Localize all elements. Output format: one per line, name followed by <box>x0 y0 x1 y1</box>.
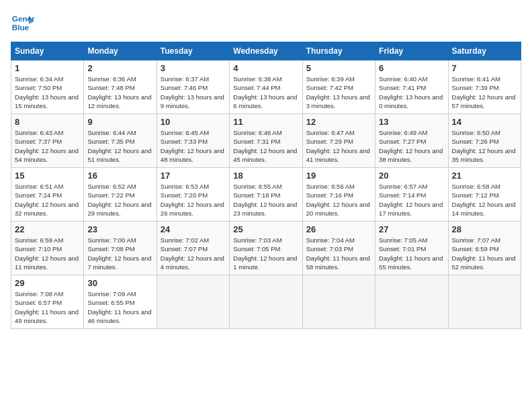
calendar-cell: 19Sunrise: 6:56 AMSunset: 7:16 PMDayligh… <box>302 168 375 222</box>
weekday-header-thursday: Thursday <box>302 42 375 60</box>
day-number: 14 <box>452 117 517 127</box>
day-info: Sunrise: 6:38 AMSunset: 7:44 PMDaylight:… <box>233 75 298 110</box>
calendar-cell: 11Sunrise: 6:46 AMSunset: 7:31 PMDayligh… <box>230 114 302 168</box>
day-info: Sunrise: 6:47 AMSunset: 7:29 PMDaylight:… <box>306 128 371 164</box>
calendar-cell: 16Sunrise: 6:52 AMSunset: 7:22 PMDayligh… <box>84 168 157 222</box>
day-number: 28 <box>452 224 517 234</box>
day-number: 12 <box>306 117 371 127</box>
calendar-cell <box>230 275 302 329</box>
weekday-header-saturday: Saturday <box>448 42 521 60</box>
calendar-cell <box>302 275 375 329</box>
calendar-cell: 17Sunrise: 6:53 AMSunset: 7:20 PMDayligh… <box>157 168 229 222</box>
calendar-cell: 14Sunrise: 6:50 AMSunset: 7:26 PMDayligh… <box>448 114 521 168</box>
day-number: 13 <box>379 117 444 127</box>
calendar-cell: 12Sunrise: 6:47 AMSunset: 7:29 PMDayligh… <box>302 114 375 168</box>
calendar-cell: 3Sunrise: 6:37 AMSunset: 7:46 PMDaylight… <box>157 60 229 114</box>
day-number: 23 <box>87 224 152 234</box>
calendar-cell: 7Sunrise: 6:41 AMSunset: 7:39 PMDaylight… <box>448 60 521 114</box>
day-info: Sunrise: 6:44 AMSunset: 7:35 PMDaylight:… <box>87 128 152 164</box>
day-number: 3 <box>161 63 226 73</box>
calendar-cell: 27Sunrise: 7:05 AMSunset: 7:01 PMDayligh… <box>375 222 448 275</box>
day-info: Sunrise: 6:43 AMSunset: 7:37 PMDaylight:… <box>15 128 80 164</box>
calendar-cell: 18Sunrise: 6:55 AMSunset: 7:18 PMDayligh… <box>230 168 302 222</box>
weekday-header-wednesday: Wednesday <box>230 42 302 60</box>
day-number: 16 <box>87 171 152 181</box>
calendar-cell: 24Sunrise: 7:02 AMSunset: 7:07 PMDayligh… <box>157 222 229 275</box>
day-number: 4 <box>233 63 298 73</box>
day-number: 1 <box>15 63 80 73</box>
calendar-cell <box>448 275 521 329</box>
day-number: 18 <box>233 171 298 181</box>
day-number: 11 <box>233 117 298 127</box>
day-info: Sunrise: 6:39 AMSunset: 7:42 PMDaylight:… <box>306 75 371 110</box>
day-info: Sunrise: 6:46 AMSunset: 7:31 PMDaylight:… <box>233 128 298 164</box>
day-info: Sunrise: 6:50 AMSunset: 7:26 PMDaylight:… <box>452 128 517 164</box>
calendar-cell: 13Sunrise: 6:49 AMSunset: 7:27 PMDayligh… <box>375 114 448 168</box>
day-info: Sunrise: 6:56 AMSunset: 7:16 PMDaylight:… <box>306 182 371 218</box>
day-number: 5 <box>306 63 371 73</box>
day-info: Sunrise: 6:36 AMSunset: 7:48 PMDaylight:… <box>87 75 152 110</box>
calendar-table: SundayMondayTuesdayWednesdayThursdayFrid… <box>11 42 521 329</box>
day-number: 7 <box>452 63 517 73</box>
calendar-cell: 29Sunrise: 7:08 AMSunset: 6:57 PMDayligh… <box>11 275 84 329</box>
day-info: Sunrise: 6:53 AMSunset: 7:20 PMDaylight:… <box>161 182 226 218</box>
day-number: 19 <box>306 171 371 181</box>
day-info: Sunrise: 7:02 AMSunset: 7:07 PMDaylight:… <box>161 236 226 271</box>
day-info: Sunrise: 6:58 AMSunset: 7:12 PMDaylight:… <box>452 182 517 218</box>
calendar-cell: 20Sunrise: 6:57 AMSunset: 7:14 PMDayligh… <box>375 168 448 222</box>
day-info: Sunrise: 6:55 AMSunset: 7:18 PMDaylight:… <box>233 182 298 218</box>
day-info: Sunrise: 7:04 AMSunset: 7:03 PMDaylight:… <box>306 236 371 271</box>
day-number: 26 <box>306 224 371 234</box>
calendar-cell: 30Sunrise: 7:09 AMSunset: 6:55 PMDayligh… <box>84 275 157 329</box>
day-number: 9 <box>87 117 152 127</box>
day-info: Sunrise: 6:49 AMSunset: 7:27 PMDaylight:… <box>379 128 444 164</box>
day-info: Sunrise: 6:41 AMSunset: 7:39 PMDaylight:… <box>452 75 517 110</box>
calendar-week-4: 22Sunrise: 6:59 AMSunset: 7:10 PMDayligh… <box>11 222 521 275</box>
day-info: Sunrise: 6:51 AMSunset: 7:24 PMDaylight:… <box>15 182 80 218</box>
calendar-cell: 15Sunrise: 6:51 AMSunset: 7:24 PMDayligh… <box>11 168 84 222</box>
day-info: Sunrise: 6:37 AMSunset: 7:46 PMDaylight:… <box>161 75 226 110</box>
day-info: Sunrise: 7:00 AMSunset: 7:08 PMDaylight:… <box>87 236 152 271</box>
day-number: 22 <box>15 224 80 234</box>
day-info: Sunrise: 7:03 AMSunset: 7:05 PMDaylight:… <box>233 236 298 271</box>
weekday-header-monday: Monday <box>84 42 157 60</box>
svg-text:Blue: Blue <box>12 23 30 32</box>
day-info: Sunrise: 6:40 AMSunset: 7:41 PMDaylight:… <box>379 75 444 110</box>
calendar-week-2: 8Sunrise: 6:43 AMSunset: 7:37 PMDaylight… <box>11 114 521 168</box>
day-number: 6 <box>379 63 444 73</box>
day-number: 15 <box>15 171 80 181</box>
day-number: 8 <box>15 117 80 127</box>
day-number: 27 <box>379 224 444 234</box>
day-number: 21 <box>452 171 517 181</box>
day-number: 30 <box>87 278 152 288</box>
calendar-cell: 21Sunrise: 6:58 AMSunset: 7:12 PMDayligh… <box>448 168 521 222</box>
day-number: 2 <box>87 63 152 73</box>
calendar-cell: 5Sunrise: 6:39 AMSunset: 7:42 PMDaylight… <box>302 60 375 114</box>
day-info: Sunrise: 6:45 AMSunset: 7:33 PMDaylight:… <box>161 128 226 164</box>
calendar-week-5: 29Sunrise: 7:08 AMSunset: 6:57 PMDayligh… <box>11 275 521 329</box>
calendar-cell: 28Sunrise: 7:07 AMSunset: 6:59 PMDayligh… <box>448 222 521 275</box>
weekday-header-tuesday: Tuesday <box>157 42 229 60</box>
calendar-cell: 23Sunrise: 7:00 AMSunset: 7:08 PMDayligh… <box>84 222 157 275</box>
weekday-header-sunday: Sunday <box>11 42 84 60</box>
weekday-header-friday: Friday <box>375 42 448 60</box>
calendar-cell: 8Sunrise: 6:43 AMSunset: 7:37 PMDaylight… <box>11 114 84 168</box>
calendar-cell: 9Sunrise: 6:44 AMSunset: 7:35 PMDaylight… <box>84 114 157 168</box>
calendar-cell: 2Sunrise: 6:36 AMSunset: 7:48 PMDaylight… <box>84 60 157 114</box>
day-info: Sunrise: 6:52 AMSunset: 7:22 PMDaylight:… <box>87 182 152 218</box>
calendar-cell: 10Sunrise: 6:45 AMSunset: 7:33 PMDayligh… <box>157 114 229 168</box>
logo: General Blue <box>11 11 35 35</box>
calendar-cell: 22Sunrise: 6:59 AMSunset: 7:10 PMDayligh… <box>11 222 84 275</box>
day-info: Sunrise: 7:08 AMSunset: 6:57 PMDaylight:… <box>15 289 80 325</box>
day-info: Sunrise: 6:34 AMSunset: 7:50 PMDaylight:… <box>15 75 80 110</box>
calendar-week-3: 15Sunrise: 6:51 AMSunset: 7:24 PMDayligh… <box>11 168 521 222</box>
page-header: General Blue <box>11 11 521 35</box>
calendar-cell: 6Sunrise: 6:40 AMSunset: 7:41 PMDaylight… <box>375 60 448 114</box>
day-number: 25 <box>233 224 298 234</box>
day-number: 24 <box>161 224 226 234</box>
day-number: 17 <box>161 171 226 181</box>
day-number: 29 <box>15 278 80 288</box>
calendar-cell <box>157 275 229 329</box>
calendar-cell <box>375 275 448 329</box>
day-info: Sunrise: 6:59 AMSunset: 7:10 PMDaylight:… <box>15 236 80 271</box>
